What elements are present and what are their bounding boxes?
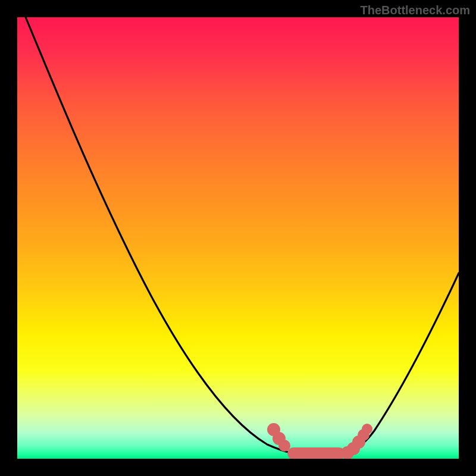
watermark-text: TheBottleneck.com xyxy=(361,4,470,17)
optimal-zone xyxy=(268,424,372,459)
svg-rect-3 xyxy=(288,448,345,459)
bottleneck-curve xyxy=(26,17,459,456)
svg-point-8 xyxy=(362,424,372,434)
plot-area xyxy=(17,17,459,459)
chart-frame: TheBottleneck.com xyxy=(0,0,476,476)
curve-layer xyxy=(17,17,459,459)
svg-point-2 xyxy=(279,440,290,451)
